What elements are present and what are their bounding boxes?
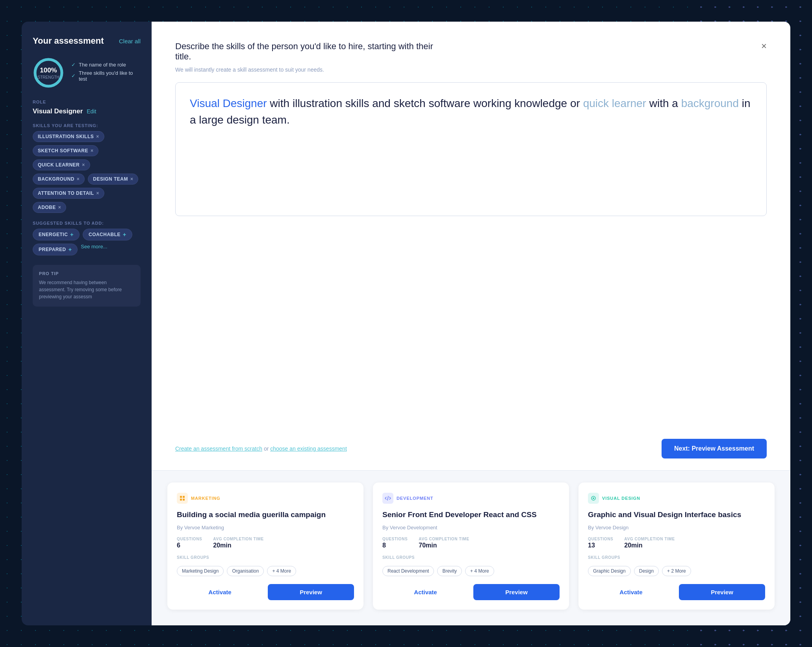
questions-value-2: 13 [588,542,613,549]
rich-text-part1: Visual Designer [190,97,267,109]
progress-section: 100% STRENGTH ✓ The name of the role ✓ T… [33,57,141,89]
skill-chips-2: Graphic Design Design + 2 More [588,566,765,576]
card-actions-0: Activate Preview [177,584,354,600]
card-category-label-2: VISUAL DESIGN [602,496,640,501]
card-category-2: VISUAL DESIGN [588,493,765,504]
remove-illustration-icon[interactable]: × [96,134,99,139]
skill-chip-2-1: Design [634,566,659,576]
avgtime-value-0: 20min [213,542,263,549]
card-stats-0: QUESTIONS 6 AVG COMPLETION TIME 20min [177,537,354,549]
card-actions-2: Activate Preview [588,584,765,600]
preview-button-1[interactable]: Preview [473,584,560,600]
skill-tag-adobe[interactable]: ADOBE × [33,202,66,213]
skills-container: ILLUSTRATION SKILLS × SKETCH SOFTWARE × … [33,131,141,213]
skill-groups-label-0: SKILL GROUPS [177,555,354,560]
add-energetic-icon[interactable]: + [70,231,74,238]
svg-rect-5 [183,499,185,501]
visual-category-icon [588,493,599,504]
choose-existing-link[interactable]: choose an existing assessment [270,446,347,452]
svg-rect-3 [183,496,185,498]
skill-chips-0: Marketing Design Organisation + 4 More [177,566,354,576]
activate-button-0[interactable]: Activate [177,584,263,600]
clear-all-button[interactable]: Clear all [119,38,141,44]
add-prepared-icon[interactable]: + [69,246,72,253]
questions-stat-1: QUESTIONS 8 [382,537,408,549]
checklist-item-1: ✓ The name of the role [71,62,141,68]
suggested-tag-coachable[interactable]: COACHABLE + [83,229,132,240]
pro-tip-title: PRO TIP [39,271,134,276]
skill-tag-attention[interactable]: ATTENTION TO DETAIL × [33,188,104,199]
strength-percent: 100% [38,67,59,74]
skill-tag-illustration[interactable]: ILLUSTRATION SKILLS × [33,131,104,142]
skill-chip-0-1: Organisation [227,566,264,576]
remove-attention-icon[interactable]: × [96,190,99,196]
remove-design-team-icon[interactable]: × [130,176,133,182]
avgtime-label-0: AVG COMPLETION TIME [213,537,263,541]
suggested-tag-prepared[interactable]: PREPARED + [33,244,78,255]
dialog-area: Describe the skills of the person you'd … [152,22,790,431]
main-content: Describe the skills of the person you'd … [152,22,790,625]
skill-chip-1-1: Brevity [437,566,462,576]
rich-text-part2: with illustration skills and sketch soft… [267,97,583,109]
remove-sketch-icon[interactable]: × [91,148,94,153]
dialog-header: Describe the skills of the person you'd … [175,41,767,62]
footer-links: Create an assessment from scratch or cho… [175,446,347,452]
activate-button-2[interactable]: Activate [588,584,674,600]
skill-tag-design-team[interactable]: DESIGN TEAM × [88,174,138,185]
remove-adobe-icon[interactable]: × [58,205,61,210]
checklist-item-2: ✓ Three skills you'd like to test [71,70,141,82]
role-name: Visual Designer [33,107,83,115]
avgtime-label-2: AVG COMPLETION TIME [624,537,675,541]
close-dialog-button[interactable]: × [761,41,767,51]
sidebar: Your assessment Clear all 100% STRENGTH … [22,22,152,625]
rich-text-part5: background [681,97,739,109]
edit-role-link[interactable]: Edit [87,108,96,115]
svg-point-8 [593,497,594,499]
footer-or-text: or [264,446,270,452]
see-more-link[interactable]: See more... [81,244,107,255]
add-coachable-icon[interactable]: + [123,231,126,238]
strength-label: STRENGTH [38,75,59,79]
assessment-card-1: DEVELOPMENT Senior Front End Developer R… [373,482,569,610]
next-preview-button[interactable]: Next: Preview Assessment [662,439,767,458]
card-author-1: By Vervoe Development [382,525,560,531]
card-actions-1: Activate Preview [382,584,560,600]
questions-stat-0: QUESTIONS 6 [177,537,202,549]
svg-line-6 [387,496,388,500]
checklist: ✓ The name of the role ✓ Three skills yo… [71,62,141,84]
sidebar-title: Your assessment [33,36,104,46]
svg-rect-4 [180,499,182,501]
skill-chip-0-0: Marketing Design [177,566,224,576]
strength-circle: 100% STRENGTH [33,57,64,89]
skill-groups-label-2: SKILL GROUPS [588,555,765,560]
skill-tag-quick[interactable]: QUICK LEARNER × [33,159,90,170]
remove-quick-icon[interactable]: × [82,162,85,168]
avgtime-stat-0: AVG COMPLETION TIME 20min [213,537,263,549]
preview-button-0[interactable]: Preview [268,584,354,600]
rich-text-part3: quick learner [583,97,646,109]
questions-label-0: QUESTIONS [177,537,202,541]
card-title-0: Building a social media guerilla campaig… [177,510,354,520]
questions-value-0: 6 [177,542,202,549]
preview-button-2[interactable]: Preview [679,584,765,600]
pro-tip-text: We recommend having between assessment. … [39,279,134,300]
check-icon-1: ✓ [71,62,76,68]
create-from-scratch-link[interactable]: Create an assessment from scratch [175,446,262,452]
card-category-label-0: MARKETING [191,496,221,501]
role-row: Visual Designer Edit [33,107,141,115]
card-author-2: By Vervoe Design [588,525,765,531]
dialog-subtitle: We will instantly create a skill assessm… [175,67,767,73]
check-icon-2: ✓ [71,73,76,79]
rich-text-part4: with a [646,97,681,109]
card-category-0: MARKETING [177,493,354,504]
skill-tag-background[interactable]: BACKGROUND × [33,174,85,185]
activate-button-1[interactable]: Activate [382,584,469,600]
card-stats-2: QUESTIONS 13 AVG COMPLETION TIME 20min [588,537,765,549]
skill-tag-sketch[interactable]: SKETCH SOFTWARE × [33,145,98,156]
suggested-tag-energetic[interactable]: ENERGETIC + [33,229,80,240]
text-editor[interactable]: Visual Designer with illustration skills… [175,82,767,216]
assessment-card-0: MARKETING Building a social media gueril… [167,482,363,610]
avgtime-value-2: 20min [624,542,675,549]
remove-background-icon[interactable]: × [77,176,80,182]
suggested-skills-container: ENERGETIC + COACHABLE + PREPARED + See m… [33,229,141,255]
